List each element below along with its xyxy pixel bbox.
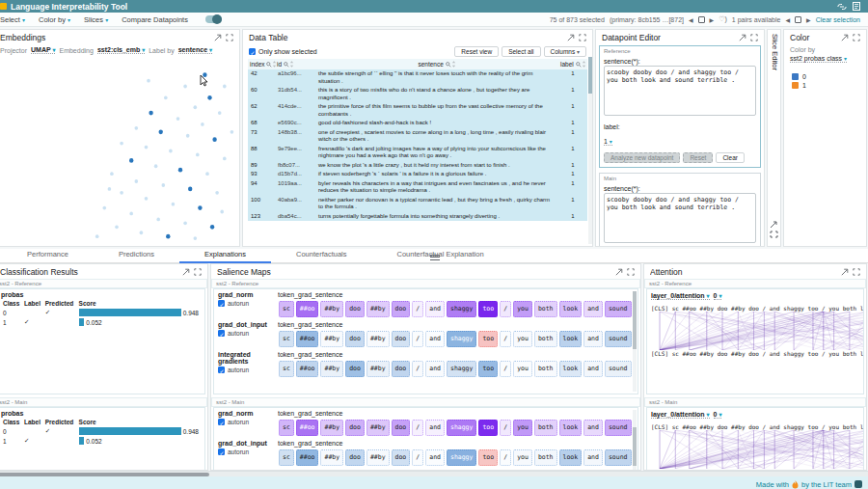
embedding-point[interactable] — [198, 205, 202, 210]
scrollbar-thumb[interactable] — [0, 473, 209, 476]
expand-panel-icon[interactable] — [770, 220, 778, 243]
embedding-point[interactable] — [162, 183, 166, 187]
table-row[interactable]: 73148b38...one of creepiest , scariest m… — [248, 128, 587, 145]
prev-pair-button[interactable]: ◀ — [785, 16, 790, 23]
analyze-new-datapoint-button[interactable]: Analyze new datapoint — [604, 152, 680, 163]
maximize-icon[interactable] — [182, 268, 190, 276]
table-row[interactable]: 941019aa...byler reveals his characters … — [248, 179, 587, 196]
sentence-textarea[interactable]: scooby dooby doo / and shaggy too / you … — [604, 193, 756, 243]
label-select[interactable]: 1 ▾ — [604, 138, 612, 146]
embedding-select[interactable]: sst2:cls_emb ▾ — [97, 46, 145, 54]
table-row[interactable]: 889e79ee...fresnadillo 's dark and jolti… — [248, 145, 587, 161]
embedding-point[interactable] — [205, 172, 209, 176]
slices-menu[interactable]: Slices ▾ — [84, 15, 108, 24]
layout-menu-icon[interactable] — [430, 253, 440, 261]
autorun-checkbox[interactable] — [218, 419, 225, 425]
tab-explanations[interactable]: Explanations — [179, 248, 271, 263]
fullscreen-icon[interactable] — [627, 268, 635, 276]
embedding-point[interactable] — [223, 156, 227, 160]
column-header-label[interactable]: label — [558, 59, 587, 69]
tab-predictions[interactable]: Predictions — [94, 248, 179, 263]
attention-layer-select[interactable]: layer_0/attention ▾ — [651, 292, 710, 300]
embedding-point[interactable] — [147, 79, 150, 83]
embedding-point[interactable] — [154, 164, 158, 168]
sort-icon[interactable] — [451, 61, 456, 68]
maximize-icon[interactable] — [615, 268, 623, 276]
embedding-point[interactable] — [149, 111, 152, 116]
embedding-point[interactable] — [145, 197, 149, 201]
autorun-checkbox[interactable] — [218, 367, 225, 373]
embedding-point[interactable] — [194, 236, 198, 240]
embedding-point[interactable] — [129, 212, 133, 216]
column-header-index[interactable]: index — [248, 59, 275, 69]
fullscreen-icon[interactable] — [853, 34, 860, 41]
embedding-point[interactable] — [120, 142, 123, 146]
autorun-checkbox[interactable] — [218, 330, 225, 337]
embedding-point[interactable] — [172, 203, 176, 206]
embedding-point[interactable] — [210, 225, 214, 230]
embedding-point[interactable] — [183, 85, 187, 89]
color-by-select[interactable]: sst2 probas class ▾ — [790, 55, 847, 63]
data-table-scrollbar[interactable] — [588, 57, 592, 244]
salience-scrollbar[interactable] — [633, 291, 637, 392]
embedding-point[interactable] — [201, 122, 204, 126]
table-row[interactable]: 68e5690c...good old-fashioned slash-and-… — [248, 119, 587, 128]
embedding-scatter-plot[interactable] — [0, 56, 239, 246]
embedding-point[interactable] — [95, 234, 99, 238]
embedding-point[interactable] — [215, 191, 219, 195]
embedding-point[interactable] — [164, 95, 168, 99]
tab-counterfactuals[interactable]: Counterfactuals — [271, 248, 372, 263]
table-row[interactable]: 62414cde...the primitive force of this f… — [248, 102, 587, 119]
prev-datapoint-button[interactable]: ◀ — [689, 16, 693, 23]
lit-logo-icon[interactable] — [854, 480, 862, 488]
table-row[interactable]: 89fb8c07...we know the plot 's a little … — [248, 161, 587, 171]
embedding-point[interactable] — [115, 225, 119, 229]
sentence-textarea[interactable]: scooby dooby doo / and shaggy too / you … — [604, 66, 756, 116]
embedding-point[interactable] — [169, 149, 173, 153]
embedding-point[interactable] — [196, 153, 200, 157]
embedding-point[interactable] — [183, 221, 187, 225]
fullscreen-icon[interactable] — [853, 268, 860, 276]
next-datapoint-button[interactable]: ▶ — [710, 16, 715, 23]
embedding-point[interactable] — [178, 168, 182, 173]
maximize-icon[interactable] — [739, 34, 746, 41]
fullscreen-icon[interactable] — [750, 34, 758, 41]
table-row[interactable]: 123dba54c...turns potentially forgettabl… — [248, 212, 587, 222]
embedding-point[interactable] — [220, 210, 224, 214]
embedding-point[interactable] — [159, 129, 163, 134]
table-row[interactable]: 10040aba9...neither parker nor donovan i… — [248, 196, 587, 212]
tab-performance[interactable]: Performance — [2, 248, 94, 263]
maximize-icon[interactable] — [841, 34, 849, 41]
column-header-id[interactable]: id — [275, 59, 315, 69]
clear-button[interactable]: Clear — [716, 152, 745, 163]
maximize-icon[interactable] — [214, 34, 222, 41]
embedding-point[interactable] — [103, 206, 107, 210]
embedding-point[interactable] — [145, 146, 149, 149]
next-pair-button[interactable]: ▶ — [806, 16, 811, 23]
tab-counterfactual-explanation[interactable]: Counterfactual Explanation — [372, 248, 509, 263]
label-by-select[interactable]: sentence ▾ — [178, 46, 212, 54]
clear-selection-link[interactable]: Clear selection — [816, 16, 860, 23]
slice-editor-strip[interactable]: Slice Editor — [767, 29, 781, 247]
embedding-point[interactable] — [108, 187, 112, 191]
projector-select[interactable]: UMAP ▾ — [31, 46, 55, 54]
pin-datapoint-icon[interactable] — [698, 16, 705, 23]
compare-datapoints-toggle[interactable] — [205, 15, 222, 23]
attention-layer-select[interactable]: layer_0/attention ▾ — [651, 411, 710, 419]
color-by-menu[interactable]: Color by ▾ — [39, 15, 70, 24]
table-row[interactable]: 93d15b7d...if steven soderbergh 's ` sol… — [248, 170, 587, 179]
attention-head-select[interactable]: 0 ▾ — [714, 292, 722, 300]
embedding-point[interactable] — [120, 191, 123, 195]
autorun-checkbox[interactable] — [218, 448, 225, 455]
favorite-icon[interactable]: ♡) — [719, 15, 727, 23]
fullscreen-icon[interactable] — [226, 34, 233, 41]
embedding-point[interactable] — [223, 85, 227, 89]
horizontal-scrollbar[interactable] — [0, 471, 868, 476]
embedding-point[interactable] — [166, 234, 170, 239]
embedding-point[interactable] — [140, 231, 144, 234]
select-menu[interactable]: Select ▾ — [0, 15, 25, 24]
only-show-selected-checkbox[interactable] — [249, 48, 256, 55]
embedding-point[interactable] — [135, 126, 139, 130]
column-header-sentence[interactable]: sentence — [315, 59, 558, 69]
reset-button[interactable]: Reset — [683, 152, 713, 163]
